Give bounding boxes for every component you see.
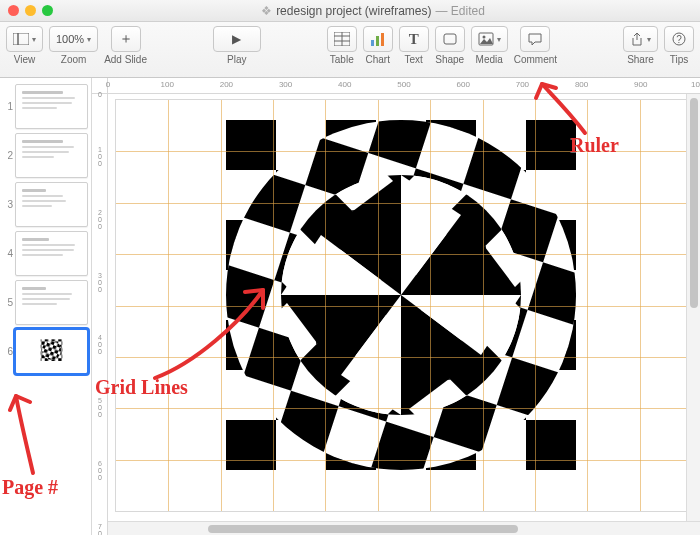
media-icon xyxy=(478,32,494,46)
slide-thumb-selected[interactable] xyxy=(15,329,88,374)
ruler-tick: 5 0 0 xyxy=(93,397,107,419)
table-button[interactable] xyxy=(327,26,357,52)
share-button[interactable]: ▾ xyxy=(623,26,658,52)
ruler-tick: 100 xyxy=(161,80,174,89)
ruler-tick: 200 xyxy=(220,80,233,89)
slide-thumb[interactable] xyxy=(15,231,88,276)
zoom-select[interactable]: 100% ▾ xyxy=(49,26,98,52)
slide-thumb[interactable] xyxy=(15,182,88,227)
view-label: View xyxy=(14,54,36,65)
view-group: ▾ View xyxy=(6,26,43,65)
document-title: redesign project (wireframes) xyxy=(276,4,431,18)
slide-thumb[interactable] xyxy=(15,280,88,325)
comment-button[interactable] xyxy=(520,26,550,52)
comment-icon xyxy=(527,32,543,46)
slide-thumb-row[interactable]: 6 xyxy=(0,327,91,376)
artwork[interactable] xyxy=(226,120,576,470)
slide-number: 5 xyxy=(3,297,13,308)
ruler-tick: 2 0 0 xyxy=(93,209,107,231)
toolbar: ▾ View 100% ▾ Zoom ＋ Add Slide ▶ Play Ta… xyxy=(0,22,700,78)
shape-group: Shape xyxy=(435,26,465,65)
ruler-horizontal[interactable]: 01002003004005006007008009001000 xyxy=(108,78,700,94)
table-group: Table xyxy=(327,26,357,65)
slide-number: 3 xyxy=(3,199,13,210)
ruler-tick: 1000 xyxy=(691,80,700,89)
ruler-tick: 4 0 0 xyxy=(93,334,107,356)
chevron-down-icon: ▾ xyxy=(497,35,501,44)
close-window-button[interactable] xyxy=(8,5,19,16)
shape-button[interactable] xyxy=(435,26,465,52)
table-label: Table xyxy=(330,54,354,65)
ruler-vertical[interactable]: 01 0 02 0 03 0 04 0 05 0 06 0 07 0 0 xyxy=(92,94,108,535)
share-label: Share xyxy=(627,54,654,65)
shape-icon xyxy=(442,32,458,46)
window-title: ❖ redesign project (wireframes) — Edited xyxy=(53,4,692,18)
grid-line xyxy=(116,357,692,358)
scrollbar-thumb[interactable] xyxy=(690,98,698,308)
zoom-window-button[interactable] xyxy=(42,5,53,16)
slide-thumb-row[interactable]: 4 xyxy=(0,229,91,278)
scrollbar-horizontal[interactable] xyxy=(108,521,700,535)
slide-thumb[interactable] xyxy=(15,84,88,129)
chevron-down-icon: ▾ xyxy=(87,35,91,44)
share-icon xyxy=(630,32,644,46)
slide-thumb-row[interactable]: 3 xyxy=(0,180,91,229)
slide-thumb[interactable] xyxy=(15,133,88,178)
text-label: Text xyxy=(405,54,423,65)
ruler-tick: 7 0 0 xyxy=(93,523,107,535)
play-button[interactable]: ▶ xyxy=(213,26,261,52)
comment-group: Comment xyxy=(514,26,557,65)
main-area: 1 2 3 4 5 6 xyxy=(0,78,700,535)
tips-group: ? Tips xyxy=(664,26,694,65)
titlebar: ❖ redesign project (wireframes) — Edited xyxy=(0,0,700,22)
ruler-tick: 0 xyxy=(93,90,107,99)
play-icon: ▶ xyxy=(232,32,241,46)
slide-thumb-row[interactable]: 2 xyxy=(0,131,91,180)
view-button[interactable]: ▾ xyxy=(6,26,43,52)
ruler-tick: 700 xyxy=(516,80,529,89)
svg-rect-1 xyxy=(18,33,29,45)
view-icon xyxy=(13,33,29,45)
ruler-tick: 500 xyxy=(397,80,410,89)
add-slide-label: Add Slide xyxy=(104,54,147,65)
chevron-down-icon: ▾ xyxy=(32,35,36,44)
slide-thumb-row[interactable]: 1 xyxy=(0,82,91,131)
add-slide-button[interactable]: ＋ xyxy=(111,26,141,52)
chart-button[interactable] xyxy=(363,26,393,52)
ruler-tick: 3 0 0 xyxy=(93,272,107,294)
slide-number: 4 xyxy=(3,248,13,259)
slide-thumb-row[interactable]: 5 xyxy=(0,278,91,327)
tips-button[interactable]: ? xyxy=(664,26,694,52)
minimize-window-button[interactable] xyxy=(25,5,36,16)
tips-label: Tips xyxy=(670,54,689,65)
media-button[interactable]: ▾ xyxy=(471,26,508,52)
slide-canvas[interactable] xyxy=(116,100,692,511)
grid-line xyxy=(116,408,692,409)
media-group: ▾ Media xyxy=(471,26,508,65)
ruler-tick: 900 xyxy=(634,80,647,89)
svg-rect-7 xyxy=(376,36,379,46)
share-group: ▾ Share xyxy=(623,26,658,65)
ruler-tick: 800 xyxy=(575,80,588,89)
chart-group: Chart xyxy=(363,26,393,65)
svg-rect-9 xyxy=(444,34,456,44)
grid-line xyxy=(116,151,692,152)
play-label: Play xyxy=(227,54,246,65)
scrollbar-thumb[interactable] xyxy=(208,525,518,533)
ruler-tick: 400 xyxy=(338,80,351,89)
chart-icon xyxy=(370,32,386,46)
slide-navigator[interactable]: 1 2 3 4 5 6 xyxy=(0,78,92,535)
slide-number: 6 xyxy=(3,346,13,357)
table-icon xyxy=(334,32,350,46)
tips-icon: ? xyxy=(672,32,686,46)
media-label: Media xyxy=(476,54,503,65)
svg-point-11 xyxy=(482,36,485,39)
text-button[interactable]: T xyxy=(399,26,429,52)
canvas-area: 01002003004005006007008009001000 01 0 02… xyxy=(92,78,700,535)
slide-number: 1 xyxy=(3,101,13,112)
grid-line xyxy=(116,203,692,204)
svg-rect-8 xyxy=(381,33,384,46)
edited-label: — Edited xyxy=(436,4,485,18)
scrollbar-vertical[interactable] xyxy=(686,94,700,521)
ruler-tick: 0 xyxy=(106,80,110,89)
